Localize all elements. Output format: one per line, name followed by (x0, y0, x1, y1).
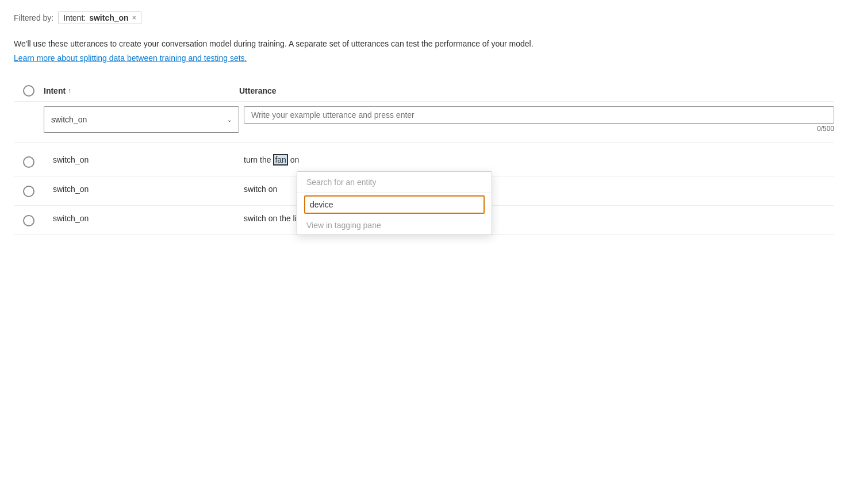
utterance-header-label: Utterance (239, 86, 277, 95)
dropdown-chevron-icon: ⌄ (227, 117, 232, 123)
utterance-text: switch on (244, 184, 277, 194)
utterance-text-before: turn the (244, 155, 273, 164)
row-checkbox-col (14, 184, 44, 197)
filter-chip-value: switch_on (89, 13, 128, 22)
view-tagging-label: View in tagging pane (306, 221, 381, 230)
char-count: 0/500 (244, 125, 834, 133)
row-intent: switch_on (44, 214, 239, 223)
table-row: switch_on turn the fan on Search for an … (14, 147, 834, 176)
dropdown-search-placeholder: Search for an entity (297, 172, 492, 193)
utterance-highlighted-word[interactable]: fan (273, 154, 287, 166)
dropdown-device-item[interactable]: device (304, 195, 485, 214)
row-radio-button[interactable] (23, 186, 34, 197)
description-link[interactable]: Learn more about splitting data between … (14, 53, 247, 63)
device-label: device (310, 200, 333, 209)
input-row: switch_on ⌄ 0/500 (14, 106, 834, 143)
intent-header-label: Intent (44, 86, 66, 95)
filter-chip-close-icon[interactable]: × (132, 14, 136, 21)
intent-dropdown[interactable]: switch_on ⌄ (44, 106, 239, 133)
row-radio-button[interactable] (23, 156, 34, 168)
intent-dropdown-value: switch_on (51, 115, 87, 124)
utterance-input[interactable] (244, 106, 834, 124)
intent-column-header[interactable]: Intent ↑ (44, 86, 239, 95)
row-intent: switch_on (44, 155, 239, 164)
filter-chip: Intent: switch_on × (58, 11, 141, 24)
filter-label: Filtered by: (14, 13, 53, 22)
description-block: We'll use these utterances to create you… (14, 38, 834, 64)
row-utterance: turn the fan on Search for an entity dev… (239, 155, 834, 164)
entity-dropdown-menu: Search for an entity device View in tagg… (297, 171, 492, 235)
utterance-text-after: on (288, 155, 299, 164)
row-radio-button[interactable] (23, 215, 34, 226)
utterance-input-wrapper: 0/500 (244, 106, 834, 133)
row-checkbox-col (14, 214, 44, 226)
search-entity-label: Search for an entity (306, 178, 376, 187)
filter-chip-prefix: Intent: (63, 13, 86, 22)
utterance-column-header: Utterance (239, 86, 834, 95)
dropdown-view-tagging-item[interactable]: View in tagging pane (297, 216, 492, 234)
table-header: Intent ↑ Utterance (14, 80, 834, 102)
header-checkbox[interactable] (23, 85, 34, 97)
row-checkbox-col (14, 155, 44, 168)
description-text: We'll use these utterances to create you… (14, 38, 834, 50)
row-intent: switch_on (44, 184, 239, 194)
header-checkbox-col (14, 85, 44, 97)
sort-icon[interactable]: ↑ (68, 87, 71, 95)
filter-bar: Filtered by: Intent: switch_on × (14, 11, 834, 24)
